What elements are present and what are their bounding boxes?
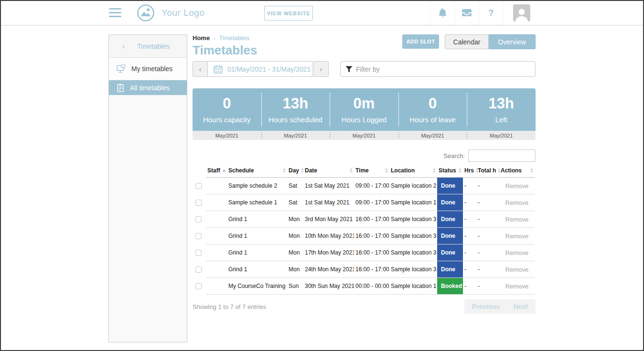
cell-time: 00:00 - 00:00 <box>354 278 389 295</box>
header-schedule[interactable]: Schedule <box>227 164 287 178</box>
prev-period-button[interactable]: ‹ <box>193 61 208 77</box>
table-header-row: Staff Schedule Day Date Time Location St… <box>193 164 535 178</box>
logo[interactable]: Your Logo <box>137 4 204 22</box>
header-location[interactable]: Location <box>389 164 437 178</box>
row-checkbox[interactable] <box>195 266 202 273</box>
sort-icon <box>385 168 388 173</box>
cell-schedule: Grind 1 <box>227 211 287 228</box>
row-checkbox[interactable] <box>195 250 202 256</box>
cell-hrs: - <box>463 278 476 295</box>
cell-schedule: Sample schedule 1 <box>227 194 287 211</box>
cell-total-h: - <box>476 194 499 211</box>
next-page-button[interactable]: Next <box>514 303 528 310</box>
filter-input[interactable] <box>340 61 536 77</box>
table-row: Grind 1 Mon 24th Mon May 2021 16:00 - 17… <box>193 261 535 278</box>
calendar-icon <box>214 65 223 74</box>
remove-link[interactable]: Remove <box>501 283 533 290</box>
stat-hours-of-leave: 0 Hours of leave <box>398 88 467 131</box>
stat-period: May/2021 <box>261 131 330 140</box>
sidebar-item-my-timetables[interactable]: My timetables <box>109 58 187 80</box>
stat-label: Hours capacity <box>203 116 250 124</box>
cell-hrs: - <box>463 228 476 245</box>
logo-text: Your Logo <box>161 8 204 18</box>
stat-hours-capacity: 0 Hours capacity <box>193 88 261 131</box>
stat-value: 0m <box>354 96 375 111</box>
sidebar-title: Timetables <box>137 43 170 50</box>
cell-day: Sat <box>287 178 303 194</box>
date-range-field[interactable]: 01/May/2021 - 31/May/2021 <box>208 61 312 77</box>
row-checkbox[interactable] <box>195 283 202 289</box>
table-row: Grind 1 Mon 17th Mon May 2021 16:00 - 17… <box>193 245 535 261</box>
status-badge: Done <box>437 211 463 227</box>
clipboard-icon <box>117 84 124 92</box>
header-hrs[interactable]: Hrs <box>463 164 476 178</box>
cell-total-h: - <box>476 228 499 245</box>
stat-period: May/2021 <box>398 131 467 140</box>
table-row: My CourseCo Training Sun 30th Sun May 20… <box>193 278 535 295</box>
remove-link[interactable]: Remove <box>501 216 533 223</box>
cell-schedule: Grind 1 <box>227 245 287 261</box>
cell-date: 17th Mon May 2021 <box>303 245 354 261</box>
breadcrumb-current-link[interactable]: Timetables <box>219 34 249 42</box>
row-checkbox[interactable] <box>195 216 202 223</box>
overview-view-button[interactable]: Overview <box>489 34 536 49</box>
sidebar-header: ‹ Timetables <box>109 35 187 58</box>
stat-hours-scheduled: 13h Hours scheduled <box>261 88 330 131</box>
date-range-text: 01/May/2021 - 31/May/2021 <box>227 65 311 73</box>
previous-page-button[interactable]: Previous <box>472 303 500 310</box>
user-avatar[interactable] <box>513 4 530 21</box>
stat-label: Hours Logged <box>342 116 386 124</box>
view-website-button[interactable]: VIEW WEBSITE <box>264 6 313 21</box>
remove-link[interactable]: Remove <box>501 233 533 240</box>
cell-day: Mon <box>287 261 303 278</box>
cell-date: 1st Sat May 2021 <box>303 178 354 194</box>
add-slot-button[interactable]: ADD SLOT <box>402 34 439 49</box>
stat-label: Left <box>495 116 507 124</box>
next-period-button[interactable]: › <box>313 61 329 77</box>
remove-link[interactable]: Remove <box>501 199 533 206</box>
cell-day: Mon <box>287 211 303 228</box>
header-day[interactable]: Day <box>287 164 303 178</box>
row-checkbox[interactable] <box>195 233 202 239</box>
hamburger-menu-icon[interactable] <box>109 8 121 17</box>
sidebar-back-chevron-icon[interactable]: ‹ <box>122 42 125 50</box>
inbox-button[interactable] <box>454 1 479 25</box>
page-title: Timetables <box>193 43 257 58</box>
table-row: Sample schedule 2 Sat 1st Sat May 2021 0… <box>193 178 535 194</box>
remove-link[interactable]: Remove <box>501 182 533 190</box>
sidebar-item-all-timetables[interactable]: All timetables <box>109 80 187 95</box>
entries-summary: Showing 1 to 7 of 7 entries <box>193 303 266 310</box>
remove-link[interactable]: Remove <box>501 249 533 256</box>
row-checkbox[interactable] <box>195 183 202 189</box>
cell-day: Sat <box>287 194 303 211</box>
breadcrumb-separator: › <box>214 35 215 41</box>
remove-link[interactable]: Remove <box>501 266 533 273</box>
date-range-navigator: ‹ 01/May/2021 - 31/May/2021 › <box>193 61 329 77</box>
header-select <box>193 164 206 178</box>
help-button[interactable]: ? <box>479 1 503 25</box>
header-status[interactable]: Status <box>437 164 463 178</box>
search-input[interactable] <box>468 149 536 162</box>
cell-total-h: - <box>476 178 499 194</box>
cell-schedule: Grind 1 <box>227 261 287 278</box>
cell-time: 16:00 - 17:00 <box>354 211 389 228</box>
header-staff[interactable]: Staff <box>206 164 227 178</box>
header-date[interactable]: Date <box>303 164 354 178</box>
header-time[interactable]: Time <box>354 164 389 178</box>
header-total-h[interactable]: Total h <box>476 164 499 178</box>
person-icon <box>514 7 529 21</box>
cell-hrs: - <box>463 211 476 228</box>
cell-date: 10th Mon May 2021 <box>303 228 354 245</box>
notifications-button[interactable] <box>430 1 454 25</box>
status-badge: Booked <box>437 278 463 294</box>
filter-funnel-icon <box>345 66 353 73</box>
calendar-view-button[interactable]: Calendar <box>445 34 489 49</box>
cell-total-h: - <box>476 261 499 278</box>
breadcrumb-home-link[interactable]: Home <box>193 34 210 42</box>
cell-staff <box>206 245 227 261</box>
main-content: Home › Timetables Timetables ADD SLOT Ca… <box>193 27 536 314</box>
header-actions[interactable]: Actions <box>499 164 535 178</box>
stat-value: 13h <box>488 96 514 111</box>
row-checkbox[interactable] <box>195 200 202 206</box>
cell-total-h: - <box>476 211 499 228</box>
